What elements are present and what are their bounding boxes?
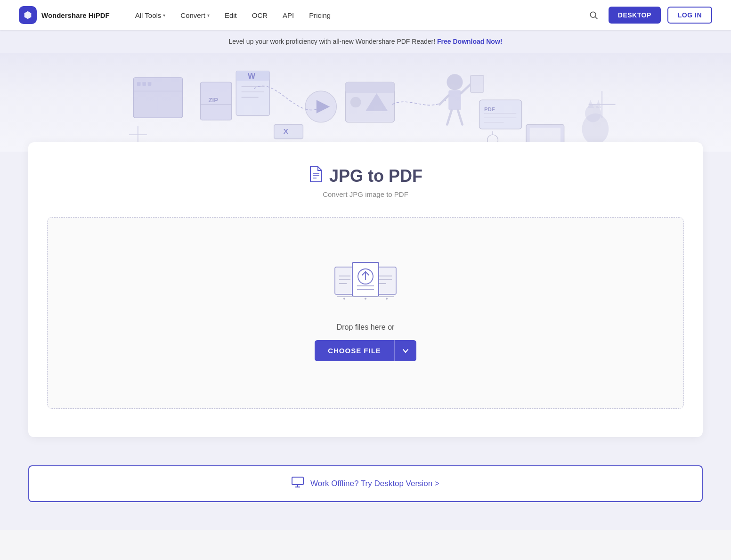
banner-link[interactable]: Free Download Now!	[437, 38, 502, 45]
nav-item-ocr[interactable]: OCR	[245, 8, 274, 23]
svg-rect-71	[292, 477, 303, 485]
svg-rect-6	[142, 82, 146, 86]
navbar-nav: All Tools ▾ Convert ▾ Edit OCR API Prici…	[129, 8, 585, 23]
tool-subtitle: Convert JPG image to PDF	[47, 190, 684, 198]
tool-title: JPG to PDF	[47, 166, 684, 187]
svg-line-1	[595, 17, 598, 19]
svg-rect-22	[345, 82, 394, 93]
svg-rect-31	[471, 75, 484, 92]
svg-point-25	[447, 74, 463, 90]
desktop-promo-banner[interactable]: Work Offline? Try Desktop Version >	[28, 465, 703, 502]
chevron-down-icon: ▾	[207, 13, 210, 18]
svg-text:W: W	[248, 72, 256, 81]
drop-text: Drop files here or	[337, 323, 395, 332]
nav-item-convert[interactable]: Convert ▾	[174, 8, 216, 23]
svg-rect-17	[274, 124, 303, 138]
hero-illustration: ZIP W X	[83, 60, 648, 145]
nav-item-edit[interactable]: Edit	[218, 8, 244, 23]
svg-point-0	[590, 12, 596, 17]
svg-point-68	[343, 298, 345, 300]
tool-card: JPG to PDF Convert JPG image to PDF	[28, 142, 703, 437]
promo-banner: Level up your work proficiency with all-…	[0, 30, 731, 53]
svg-rect-5	[137, 82, 141, 86]
upload-area[interactable]: Drop files here or CHOOSE FILE	[47, 217, 684, 409]
svg-point-69	[365, 298, 366, 300]
svg-point-23	[350, 97, 361, 108]
hero-section: ZIP W X	[0, 53, 731, 152]
document-icon	[309, 166, 324, 187]
logo-text: Wondershare HiPDF	[41, 11, 110, 19]
logo-icon	[19, 6, 37, 24]
tool-header: JPG to PDF Convert JPG image to PDF	[47, 166, 684, 198]
svg-text:X: X	[284, 127, 288, 135]
logo[interactable]: Wondershare HiPDF	[19, 6, 110, 24]
desktop-button[interactable]: DESKTOP	[609, 7, 661, 24]
nav-item-api[interactable]: API	[276, 8, 301, 23]
svg-rect-32	[479, 100, 522, 129]
monitor-icon	[292, 477, 304, 491]
nav-item-all-tools[interactable]: All Tools ▾	[129, 8, 172, 23]
choose-file-dropdown-button[interactable]	[394, 340, 416, 361]
svg-line-29	[447, 110, 451, 124]
svg-line-27	[439, 96, 448, 105]
svg-rect-7	[148, 82, 152, 86]
svg-line-28	[461, 84, 471, 93]
navbar: Wondershare HiPDF All Tools ▾ Convert ▾ …	[0, 0, 731, 30]
choose-file-wrapper: CHOOSE FILE	[315, 340, 416, 361]
svg-line-30	[458, 110, 462, 124]
svg-rect-26	[448, 90, 461, 110]
chevron-down-icon: ▾	[163, 13, 165, 18]
nav-item-pricing[interactable]: Pricing	[302, 8, 337, 23]
svg-point-70	[386, 298, 388, 300]
search-button[interactable]	[585, 7, 602, 24]
login-button[interactable]: LOG IN	[667, 7, 712, 24]
upload-illustration	[333, 255, 398, 309]
desktop-promo-text: Work Offline? Try Desktop Version >	[310, 479, 439, 488]
svg-text:PDF: PDF	[484, 106, 495, 112]
navbar-right: DESKTOP LOG IN	[585, 7, 712, 24]
main-content: JPG to PDF Convert JPG image to PDF	[0, 152, 731, 530]
svg-text:ZIP: ZIP	[209, 97, 219, 104]
choose-file-button[interactable]: CHOOSE FILE	[315, 340, 394, 361]
